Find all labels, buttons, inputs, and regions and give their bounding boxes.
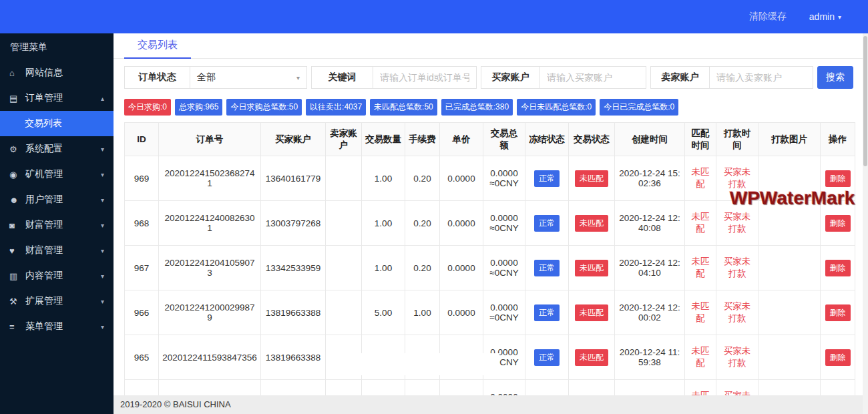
sidebar-item-label: 用户管理 (25, 194, 101, 206)
cell-match_time: 未匹配 (685, 290, 716, 335)
delete-button[interactable]: 删除 (825, 215, 851, 232)
cell-pay_image (758, 335, 821, 380)
sidebar-item[interactable]: ♥财富管理▾ (0, 238, 114, 263)
column-header: 冻结状态 (525, 123, 569, 156)
sidebar-item-label: 扩展管理 (25, 295, 101, 307)
cell-id: 967 (125, 246, 159, 290)
cell-id: 969 (125, 156, 159, 201)
sidebar-item[interactable]: ▥内容管理▾ (0, 263, 114, 288)
scrollbar[interactable] (863, 33, 868, 414)
keyword-input[interactable] (373, 67, 476, 88)
tab-trade-list[interactable]: 交易列表 (124, 33, 191, 59)
chevron-up-icon: ▴ (101, 95, 104, 102)
cell-trade: 未匹配 (569, 201, 615, 246)
stat-badge: 今日求购:0 (124, 99, 171, 116)
cell-total: 0.0000 ≈0CNY (483, 246, 525, 290)
cell-price: 0.0000 (440, 201, 483, 246)
chevron-down-icon: ▾ (296, 74, 300, 81)
buyer-group: 买家账户 (481, 66, 646, 89)
sidebar-item-active[interactable]: 交易列表 (0, 111, 114, 136)
cell-pay_image (758, 290, 821, 335)
wrench-icon: ⚒ (9, 296, 23, 306)
match-time-text: 未匹配 (692, 256, 710, 278)
cell-fee: 1.00 (405, 290, 440, 335)
menu-icon: ≡ (9, 322, 23, 332)
cell-created: 2020-12-24 12:04:10 (615, 246, 685, 290)
cell-trade: 未匹配 (569, 246, 615, 290)
cell-id: 966 (125, 290, 159, 335)
wealth-icon: ◙ (9, 220, 23, 230)
stat-badge: 已完成总笔数:380 (441, 99, 513, 116)
footer: 2019-2020 © BAISUI CHINA (114, 395, 863, 414)
cell-qty: 1.00 (362, 201, 405, 246)
copyright-text: 2019-2020 © BAISUI CHINA (120, 399, 231, 409)
cell-order_no: 2020122412400826301 (159, 201, 261, 246)
search-button[interactable]: 搜索 (817, 66, 853, 89)
sidebar-item[interactable]: ⚙系统配置▾ (0, 136, 114, 162)
buyer-label: 买家账户 (481, 71, 539, 83)
freeze-status-badge: 正常 (534, 215, 560, 232)
cell-order_no: 2020122411593847356 (159, 335, 261, 380)
sidebar-item[interactable]: ◙财富管理▾ (0, 212, 114, 238)
sidebar-item[interactable]: ▤订单管理▴ (0, 85, 114, 111)
cell-created: 2020-12-24 15:02:36 (615, 156, 685, 201)
sidebar-item-label: 交易列表 (25, 118, 104, 130)
trade-status-badge: 未匹配 (575, 260, 608, 276)
cell-buyer: 13640161779 (261, 156, 326, 201)
watermark-text: WPWaterMark (730, 188, 855, 209)
sidebar-item[interactable]: ≡菜单管理▾ (0, 314, 114, 339)
sidebar-item-label: 财富管理 (25, 219, 101, 231)
order-status-value: 全部 (197, 71, 216, 83)
column-header: 卖家账户 (326, 123, 362, 156)
delete-button[interactable]: 删除 (825, 170, 851, 187)
column-header: 打款图片 (758, 123, 821, 156)
clear-cache-link[interactable]: 清除缓存 (749, 11, 787, 23)
stats-row: 今日求购:0总求购:965今日求购总笔数:50以往卖出:4037未匹配总笔数:5… (124, 99, 855, 116)
cell-seller (326, 335, 362, 380)
order-status-group: 订单状态 全部 ▾ (124, 66, 307, 89)
trade-status-badge: 未匹配 (575, 215, 608, 232)
cell-action: 删除 (821, 290, 855, 335)
cell-order_no: 2020122415023682741 (159, 156, 261, 201)
cell-price: 0.0000 (440, 156, 483, 201)
sidebar-item-label: 矿机管理 (25, 168, 101, 180)
delete-button[interactable]: 删除 (825, 260, 851, 276)
sidebar-item[interactable]: ⚒扩展管理▾ (0, 288, 114, 314)
match-time-text: 未匹配 (692, 301, 710, 323)
seller-input[interactable] (710, 67, 813, 88)
cell-created: 2020-12-24 12:00:02 (615, 290, 685, 335)
sidebar-item[interactable]: ◉矿机管理▾ (0, 162, 114, 187)
buyer-input[interactable] (540, 67, 646, 88)
watermark-overlay-box (357, 353, 499, 375)
cell-price: 0.0000 (440, 290, 483, 335)
cell-total: 0.0000 ≈0CNY (483, 201, 525, 246)
sidebar-item[interactable]: ☻用户管理▾ (0, 187, 114, 212)
cell-buyer: 13342533959 (261, 246, 326, 290)
match-time-text: 未匹配 (692, 212, 710, 234)
gears-icon: ⚙ (9, 144, 23, 154)
cell-fee: 0.20 (405, 156, 440, 201)
user-menu[interactable]: admin ▾ (809, 11, 841, 22)
column-header: 交易总额 (483, 123, 525, 156)
keyword-label: 关键词 (312, 71, 373, 83)
sidebar-item[interactable]: ⌂网站信息 (0, 60, 114, 85)
pay-time-text: 买家未打款 (724, 212, 751, 234)
delete-button[interactable]: 删除 (825, 304, 851, 321)
order-status-select[interactable]: 全部 ▾ (190, 71, 306, 83)
column-header: 买家账户 (261, 123, 326, 156)
stat-badge: 以往卖出:4037 (306, 99, 366, 116)
cell-freeze: 正常 (525, 290, 569, 335)
pay-time-text: 买家未打款 (724, 256, 751, 278)
scrollbar-thumb[interactable] (863, 36, 867, 166)
content-icon: ▥ (9, 271, 23, 281)
sidebar-menu: ⌂网站信息▤订单管理▴交易列表⚙系统配置▾◉矿机管理▾☻用户管理▾◙财富管理▾♥… (0, 60, 114, 339)
table-row: 9672020122412041059073133425339591.000.2… (125, 246, 855, 290)
column-header: 交易状态 (569, 123, 615, 156)
cell-match_time: 未匹配 (685, 201, 716, 246)
column-header: 匹配时间 (685, 123, 716, 156)
sidebar-item-label: 网站信息 (25, 67, 104, 79)
cell-action: 删除 (821, 246, 855, 290)
delete-button[interactable]: 删除 (825, 349, 851, 366)
tab-bar: 交易列表 (114, 33, 863, 59)
miner-icon: ◉ (9, 170, 23, 180)
